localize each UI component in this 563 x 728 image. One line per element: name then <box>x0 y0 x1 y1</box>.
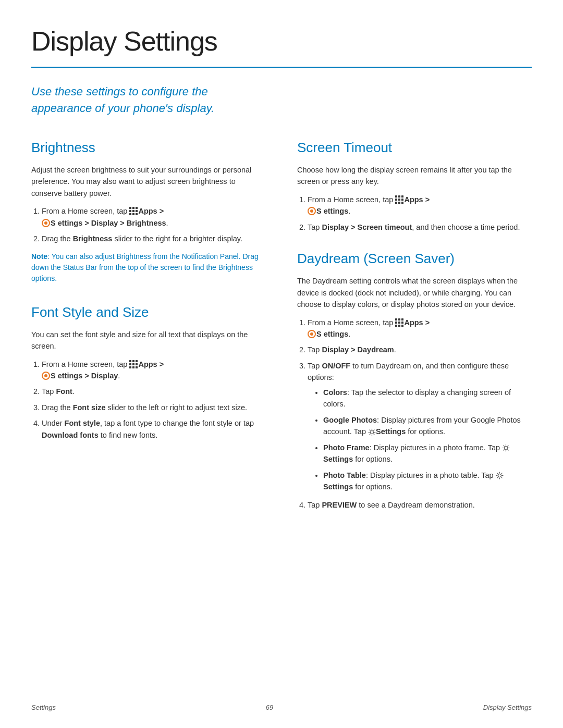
settings-circle-icon-st1 <box>308 207 316 215</box>
google-photos-bold: Google Photos <box>323 416 377 424</box>
apps-grid-icon <box>129 207 138 215</box>
timeout-step-1: From a Home screen, tap Apps > S ettings… <box>308 194 532 217</box>
font-step-1: From a Home screen, tap Apps > S ettings… <box>42 359 266 382</box>
svg-point-1 <box>505 447 508 450</box>
screen-timeout-steps: From a Home screen, tap Apps > S ettings… <box>308 194 532 233</box>
brightness-bold-b2: Brightness <box>73 235 113 243</box>
settings-path-f1: S ettings > Display <box>51 372 118 380</box>
apps-label-b1: Apps > <box>138 207 164 215</box>
brightness-heading: Brightness <box>31 138 266 158</box>
gear-icon-photo-frame <box>502 443 510 451</box>
photo-frame-bold: Photo Frame <box>323 443 370 452</box>
font-bold-f2: Font <box>56 387 72 396</box>
two-col-layout: Brightness Adjust the screen brightness … <box>31 138 532 517</box>
left-column: Brightness Adjust the screen brightness … <box>31 138 266 448</box>
settings-path-b1: S ettings > Display > Brightness <box>51 219 166 227</box>
settings-path-d1: S ettings <box>316 330 348 338</box>
font-step-4: Under Font style, tap a font type to cha… <box>42 417 266 441</box>
font-bold-f4b: Download fonts <box>42 431 99 439</box>
svg-point-2 <box>498 474 501 477</box>
apps-grid-icon-st1 <box>395 195 403 204</box>
brightness-steps: From a Home screen, tap Apps > S ettings… <box>42 205 266 244</box>
screen-timeout-description: Choose how long the display screen remai… <box>297 164 532 188</box>
font-bold-f3: Font size <box>73 403 106 412</box>
brightness-step-2: Drag the Brightness slider to the right … <box>42 233 266 244</box>
settings-circle-icon-f1 <box>42 372 50 380</box>
apps-label-st1: Apps > <box>404 195 430 204</box>
settings-label-google: Settings <box>376 427 406 436</box>
settings-label-table: Settings <box>323 483 353 491</box>
footer-right: Display Settings <box>483 702 532 713</box>
gear-icon-google-photos <box>368 428 376 436</box>
daydream-bullet-google-photos: Google Photos: Display pictures from you… <box>323 414 532 438</box>
settings-path-st1: S ettings <box>316 207 348 215</box>
footer-left: Settings <box>31 702 56 713</box>
daydream-steps: From a Home screen, tap Apps > S ettings… <box>308 317 532 511</box>
right-column: Screen Timeout Choose how long the displ… <box>297 138 532 517</box>
apps-label-f1: Apps > <box>138 360 164 368</box>
page-container: Display Settings Use these settings to c… <box>0 0 563 548</box>
brightness-step1-text-before: From a Home screen, tap <box>42 207 129 215</box>
apps-label-d1: Apps > <box>404 318 430 327</box>
font-bold-f4a: Font style <box>65 419 100 427</box>
brightness-step-1: From a Home screen, tap Apps > S ettings… <box>42 205 266 229</box>
font-style-heading: Font Style and Size <box>31 302 266 323</box>
font-style-description: You can set the font style and size for … <box>31 329 266 352</box>
daydream-step-1: From a Home screen, tap Apps > S ettings… <box>308 317 532 340</box>
daydream-step-2: Tap Display > Daydream. <box>308 344 532 355</box>
daydream-bullet-photo-frame: Photo Frame: Display pictures in a photo… <box>323 442 532 465</box>
daydream-step-3: Tap ON/OFF to turn Daydream on, and then… <box>308 360 532 493</box>
colors-bold: Colors <box>323 388 347 397</box>
photo-table-bold: Photo Table <box>323 471 366 479</box>
font-step-3: Drag the Font size slider to the left or… <box>42 402 266 413</box>
brightness-description: Adjust the screen brightness to suit you… <box>31 164 266 199</box>
note-text: : You can also adjust Brightness from th… <box>31 252 259 282</box>
font-step1-before: From a Home screen, tap <box>42 360 129 368</box>
daydream-bold-d2: Display > Daydream <box>322 346 394 354</box>
intro-text: Use these settings to configure the appe… <box>31 83 255 117</box>
brightness-note: Note: You can also adjust Brightness fro… <box>31 251 266 284</box>
page-title: Display Settings <box>31 21 532 61</box>
title-divider <box>31 67 532 68</box>
screen-timeout-heading: Screen Timeout <box>297 138 532 158</box>
apps-grid-icon-d1 <box>395 318 403 327</box>
gear-icon-photo-table <box>496 471 504 479</box>
daydream-bullets: Colors: Tap the selector to display a ch… <box>323 387 532 493</box>
timeout-step1-before: From a Home screen, tap <box>308 195 395 204</box>
daydream-step-4: Tap PREVIEW to see a Daydream demonstrat… <box>308 499 532 511</box>
daydream-description: The Daydream setting controls what the s… <box>297 275 532 310</box>
daydream-bullet-colors: Colors: Tap the selector to display a ch… <box>323 387 532 410</box>
note-label: Note <box>31 252 47 261</box>
footer-center: 69 <box>266 702 273 713</box>
font-step-2: Tap Font. <box>42 386 266 397</box>
page-footer: Settings 69 Display Settings <box>31 702 532 713</box>
settings-circle-icon-b1 <box>42 219 50 227</box>
daydream-heading: Daydream (Screen Saver) <box>297 249 532 269</box>
apps-grid-icon-f1 <box>129 360 138 368</box>
daydream-bold-d3: ON/OFF <box>322 362 350 370</box>
daydream-step1-before: From a Home screen, tap <box>308 318 395 327</box>
timeout-step-2: Tap Display > Screen timeout, and then c… <box>308 221 532 233</box>
timeout-bold-st2: Display > Screen timeout <box>322 223 412 231</box>
settings-label-frame: Settings <box>323 455 353 463</box>
daydream-bullet-photo-table: Photo Table: Display pictures in a photo… <box>323 470 532 493</box>
font-style-steps: From a Home screen, tap Apps > S ettings… <box>42 359 266 441</box>
settings-circle-icon-d1 <box>308 330 316 338</box>
svg-point-0 <box>371 430 374 434</box>
daydream-bold-d4: PREVIEW <box>322 501 357 509</box>
